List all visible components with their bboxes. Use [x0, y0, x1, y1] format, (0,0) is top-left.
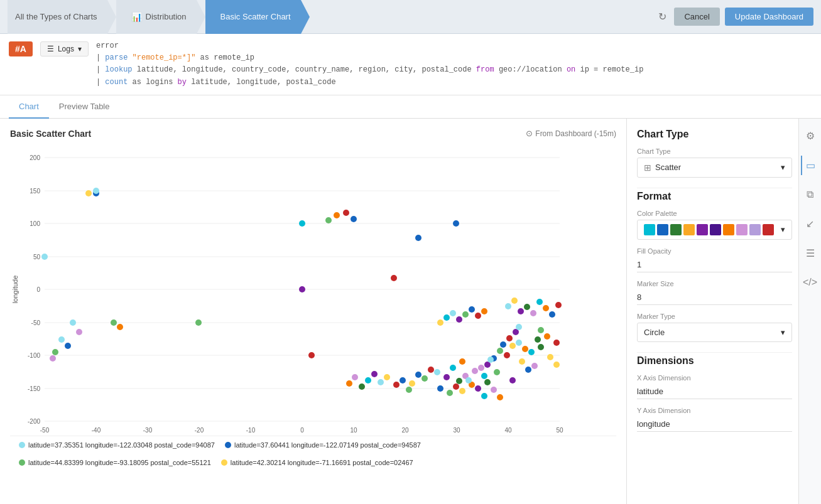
scatter-dot[interactable]: [511, 298, 518, 304]
scatter-dot[interactable]: [428, 367, 434, 373]
scatter-dot[interactable]: [481, 393, 487, 399]
scatter-dot[interactable]: [481, 308, 487, 314]
query-source-selector[interactable]: ☰ Logs ▾: [40, 41, 89, 56]
expand-icon[interactable]: ↙: [802, 214, 818, 233]
scatter-dot[interactable]: [469, 306, 475, 313]
scatter-dot[interactable]: [391, 275, 397, 281]
scatter-dot[interactable]: [343, 210, 349, 216]
scatter-dot[interactable]: [549, 311, 555, 318]
scatter-dot[interactable]: [553, 340, 560, 346]
cancel-button[interactable]: Cancel: [674, 8, 719, 26]
scatter-dot[interactable]: [555, 302, 562, 308]
scatter-dot[interactable]: [525, 367, 531, 373]
code-icon[interactable]: </>: [799, 273, 821, 292]
tab-chart[interactable]: Chart: [9, 95, 49, 119]
scatter-dot[interactable]: [65, 343, 71, 349]
scatter-dot[interactable]: [528, 349, 535, 355]
scatter-dot[interactable]: [484, 379, 491, 385]
scatter-dot[interactable]: [415, 235, 421, 241]
scatter-dot[interactable]: [352, 374, 358, 380]
scatter-dot[interactable]: [509, 343, 516, 349]
scatter-dot[interactable]: [359, 383, 365, 390]
scatter-dot[interactable]: [504, 352, 510, 358]
scatter-dot[interactable]: [308, 352, 315, 358]
scatter-dot[interactable]: [500, 341, 506, 348]
scatter-dot[interactable]: [491, 387, 497, 393]
scatter-dot[interactable]: [472, 368, 478, 374]
color-swatch-dark-purple[interactable]: [710, 224, 721, 235]
scatter-dot[interactable]: [378, 379, 384, 385]
color-swatch-blue[interactable]: [657, 224, 668, 235]
scatter-dot[interactable]: [475, 313, 481, 319]
scatter-dot[interactable]: [409, 380, 415, 387]
scatter-dot[interactable]: [506, 335, 513, 341]
scatter-dot[interactable]: [50, 355, 56, 362]
fill-opacity-input[interactable]: [637, 257, 792, 272]
scatter-dot[interactable]: [522, 346, 528, 352]
scatter-dot[interactable]: [494, 369, 500, 375]
marker-size-input[interactable]: [637, 290, 792, 305]
scatter-dot[interactable]: [406, 387, 412, 393]
scatter-dot[interactable]: [365, 377, 371, 383]
scatter-dot[interactable]: [334, 212, 340, 218]
scatter-dot[interactable]: [299, 220, 305, 227]
scatter-dot[interactable]: [195, 319, 202, 326]
scatter-dot[interactable]: [462, 311, 469, 318]
scatter-dot[interactable]: [516, 340, 522, 346]
scatter-dot[interactable]: [536, 299, 543, 305]
scatter-dot[interactable]: [497, 394, 503, 400]
color-swatch-cyan[interactable]: [644, 224, 655, 235]
scatter-dot[interactable]: [93, 188, 99, 194]
scatter-dot[interactable]: [481, 373, 487, 379]
scatter-dot[interactable]: [475, 385, 481, 392]
scatter-dot[interactable]: [393, 382, 400, 388]
settings-icon[interactable]: ⚙: [802, 126, 818, 146]
scatter-dot[interactable]: [544, 333, 550, 340]
scatter-dot[interactable]: [547, 354, 553, 360]
scatter-dot[interactable]: [111, 319, 117, 326]
scatter-dot[interactable]: [346, 380, 352, 387]
tab-preview-table[interactable]: Preview Table: [49, 95, 120, 119]
scatter-dot[interactable]: [459, 358, 465, 365]
refresh-icon[interactable]: ↻: [658, 11, 666, 23]
color-swatch-lavender[interactable]: [749, 224, 761, 235]
scatter-dot[interactable]: [76, 329, 82, 335]
scatter-dots[interactable]: [41, 188, 562, 434]
y-axis-dimension-input[interactable]: [637, 417, 792, 432]
list-icon[interactable]: ☰: [802, 244, 818, 263]
scatter-dot[interactable]: [524, 304, 530, 310]
scatter-dot[interactable]: [437, 319, 443, 326]
scatter-dot[interactable]: [371, 371, 378, 377]
scatter-dot[interactable]: [41, 254, 48, 260]
scatter-dot[interactable]: [519, 358, 525, 365]
scatter-dot[interactable]: [478, 365, 484, 371]
scatter-dot[interactable]: [117, 324, 123, 330]
scatter-dot[interactable]: [384, 374, 390, 380]
scatter-dot[interactable]: [497, 348, 503, 354]
scatter-dot[interactable]: [85, 190, 92, 196]
scatter-dot[interactable]: [535, 336, 541, 343]
scatter-dot[interactable]: [487, 357, 494, 363]
color-swatch-purple[interactable]: [697, 224, 708, 235]
scatter-dot[interactable]: [453, 220, 459, 227]
scatter-dot[interactable]: [553, 362, 560, 368]
scatter-dot[interactable]: [516, 324, 522, 330]
query-code[interactable]: error | parse "remote_ip=*]" as remote_i…: [96, 40, 812, 88]
breadcrumb-scatter[interactable]: Basic Scatter Chart: [205, 0, 301, 34]
chart-panel-icon[interactable]: ▭: [801, 156, 819, 175]
update-dashboard-button[interactable]: Update Dashboard: [725, 8, 813, 26]
scatter-dot[interactable]: [325, 217, 332, 223]
scatter-dot[interactable]: [351, 216, 357, 222]
x-axis-dimension-input[interactable]: [637, 384, 792, 399]
breadcrumb-distribution[interactable]: 📊 Distribution: [116, 0, 197, 34]
scatter-dot[interactable]: [505, 303, 511, 309]
color-swatch-orange[interactable]: [723, 224, 734, 235]
scatter-dot[interactable]: [400, 377, 406, 383]
color-swatch-yellow[interactable]: [683, 224, 695, 235]
scatter-dot[interactable]: [443, 374, 450, 380]
copy-icon[interactable]: ⧉: [803, 185, 817, 204]
breadcrumb-all-charts[interactable]: All the Types of Charts: [8, 0, 107, 34]
scatter-dot[interactable]: [538, 344, 544, 350]
scatter-dot[interactable]: [70, 319, 76, 326]
scatter-dot[interactable]: [538, 327, 544, 333]
